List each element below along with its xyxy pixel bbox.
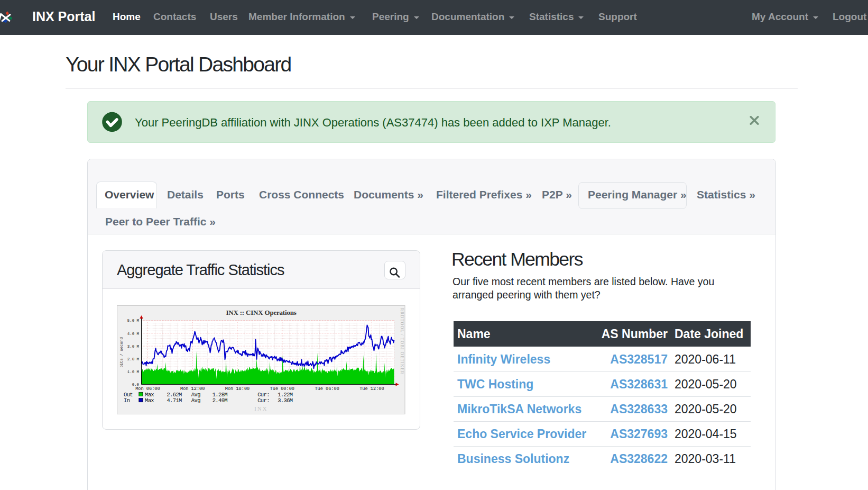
svg-text:INX: INX — [254, 406, 267, 412]
svg-text:2.49M: 2.49M — [213, 397, 228, 404]
svg-text:1.0 M: 1.0 M — [127, 370, 139, 374]
svg-text:Tue 00:00: Tue 00:00 — [270, 386, 294, 392]
svg-text:Max: Max — [145, 392, 154, 398]
svg-text:Avg: Avg — [191, 392, 200, 398]
svg-text:5.0 M: 5.0 M — [127, 319, 139, 323]
svg-text:Tue 06:00: Tue 06:00 — [315, 386, 339, 392]
svg-text:Mon 06:00: Mon 06:00 — [135, 386, 160, 392]
svg-text:2.0 M: 2.0 M — [127, 357, 139, 361]
svg-text:4.71M: 4.71M — [167, 397, 182, 404]
svg-text:1.22M: 1.22M — [278, 392, 293, 398]
svg-text:Avg: Avg — [191, 397, 200, 404]
svg-text:In: In — [124, 397, 130, 404]
svg-text:Out: Out — [124, 392, 133, 398]
svg-text:Mon 12:00: Mon 12:00 — [180, 386, 205, 392]
svg-text:0.0: 0.0 — [132, 383, 139, 387]
svg-text:2.62M: 2.62M — [167, 392, 182, 398]
svg-text:3.0 M: 3.0 M — [127, 344, 139, 349]
svg-text:3.36M: 3.36M — [278, 397, 293, 404]
svg-text:Max: Max — [145, 397, 154, 404]
svg-text:4.0 M: 4.0 M — [127, 332, 139, 336]
svg-text:Cur:: Cur: — [257, 392, 270, 398]
svg-text:RRDTOOL / TOBI OETIKER: RRDTOOL / TOBI OETIKER — [400, 308, 404, 375]
svg-text:Mon 18:00: Mon 18:00 — [225, 386, 250, 392]
svg-text:Tue 12:00: Tue 12:00 — [359, 386, 384, 392]
svg-text:Cur:: Cur: — [257, 397, 270, 404]
svg-text:bits / second: bits / second — [119, 337, 124, 368]
svg-text:1.28M: 1.28M — [213, 392, 228, 398]
svg-text:INX :: CINX Operations: INX :: CINX Operations — [226, 308, 296, 316]
